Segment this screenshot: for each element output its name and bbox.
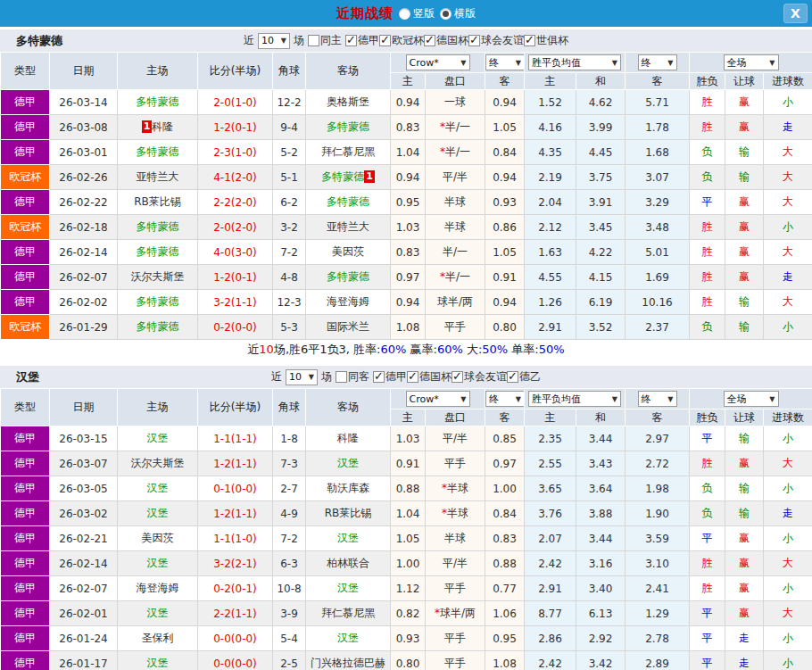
cell-handicap: 平手	[426, 451, 485, 476]
cell-avg-home: 8.77	[525, 601, 576, 626]
cell-corner: 9-4	[273, 115, 306, 140]
cell-result: 胜	[690, 576, 725, 601]
cell-league: 德甲	[1, 576, 50, 601]
cell-avg-draw: 4.62	[576, 90, 626, 115]
cell-date: 26-02-14	[50, 240, 118, 265]
cell-date: 26-02-26	[50, 165, 118, 190]
cell-result: 负	[690, 165, 725, 190]
avg-odds-select[interactable]: 胜平负均值▼	[528, 391, 621, 407]
match-count-select[interactable]: 10▼	[258, 33, 290, 49]
cell-result: 胜	[690, 551, 725, 576]
cell-avg-draw: 3.42	[576, 651, 626, 670]
cell-avg-away: 3.07	[626, 165, 690, 190]
scope-select[interactable]: 全场▼	[724, 391, 779, 407]
cell-away: 拜仁慕尼黑	[306, 601, 391, 626]
cell-league: 德甲	[1, 140, 50, 165]
chevron-down-icon: ▼	[667, 59, 673, 67]
match-rows: 德甲26-03-14多特蒙德2-0(1-0)12-2奥格斯堡0.94一球0.94…	[1, 90, 812, 340]
cell-result: 负	[690, 315, 725, 340]
filter-recent-label: 近	[271, 369, 282, 385]
cell-odds-home: 0.97	[391, 265, 426, 290]
cell-handicap: *半球	[426, 501, 485, 526]
match-row: 德甲26-03-01多特蒙德2-3(1-0)5-2拜仁慕尼黑1.04*半/一0.…	[1, 140, 812, 165]
subcol-handicap: 盘口	[426, 409, 485, 426]
odds-source-select[interactable]: Crow*▼	[406, 391, 470, 407]
match-row: 德甲26-01-17汉堡0-0(0-0)2-5门兴格拉德巴赫0.80平手1.08…	[1, 651, 812, 670]
cell-home: 多特蒙德	[118, 290, 198, 315]
cell-avg-home: 2.91	[525, 315, 576, 340]
cell-odds-home: 1.03	[391, 215, 426, 240]
cell-corner: 7-3	[273, 451, 306, 476]
scope-select[interactable]: 全场▼	[724, 54, 779, 70]
league-checkbox[interactable]: 德国杯	[407, 369, 452, 385]
cell-avg-away: 2.97	[626, 426, 690, 451]
cell-score: 0-0(0-0)	[198, 651, 273, 670]
cell-home: 多特蒙德	[118, 240, 198, 265]
team-section: 汉堡 近 10▼ 场 同客 德甲德国杯球会友谊德乙	[0, 366, 812, 670]
cell-avg-away: 3.48	[626, 215, 690, 240]
same-venue-checkbox[interactable]: 同主	[308, 33, 342, 48]
league-checkbox[interactable]: 德甲	[373, 369, 407, 385]
col-score: 比分(半场)	[198, 389, 273, 426]
cell-avg-draw: 2.92	[576, 626, 626, 651]
cell-odds-home: 1.00	[391, 551, 426, 576]
section-header-bar: 汉堡 近 10▼ 场 同客 德甲德国杯球会友谊德乙	[0, 366, 812, 388]
cell-avg-home: 2.42	[525, 551, 576, 576]
cell-odds-home: 1.05	[391, 526, 426, 551]
cell-date: 26-02-14	[50, 551, 118, 576]
cell-avg-home: 3.76	[525, 501, 576, 526]
final-select-b[interactable]: 终▼	[638, 391, 677, 407]
cell-goals-result: 大	[764, 140, 812, 165]
cell-league: 德甲	[1, 115, 50, 140]
match-count-select[interactable]: 10▼	[286, 369, 318, 385]
checkbox-icon	[424, 35, 435, 46]
league-checkbox[interactable]: 球会友谊	[452, 369, 507, 385]
cell-result: 平	[690, 426, 725, 451]
cell-date: 26-03-15	[50, 426, 118, 451]
col-date: 日期	[50, 53, 118, 90]
league-checkbox[interactable]: 德国杯	[424, 33, 468, 48]
subcol-odds-away: 客	[485, 409, 525, 426]
cell-goals-result: 小	[764, 626, 812, 651]
cell-home: 多特蒙德	[118, 140, 198, 165]
checkbox-icon	[308, 35, 319, 46]
final-select-a[interactable]: 终▼	[485, 391, 525, 407]
cell-handicap-result: 输	[725, 476, 764, 501]
league-checkbox[interactable]: 欧冠杯	[379, 33, 424, 48]
avg-odds-select[interactable]: 胜平负均值▼	[528, 54, 621, 70]
cell-odds-away: 0.94	[485, 290, 525, 315]
close-icon[interactable]: X	[783, 4, 808, 23]
cell-score: 3-2(2-1)	[198, 551, 273, 576]
cell-result: 负	[690, 140, 725, 165]
league-checkbox[interactable]: 世俱杯	[524, 33, 568, 48]
subcol-avg-home: 主	[525, 73, 576, 90]
match-row: 德甲26-03-02汉堡1-2(1-1)4-9RB莱比锡1.04*半球0.843…	[1, 501, 812, 526]
cell-home: 汉堡	[118, 601, 198, 626]
cell-avg-draw: 3.64	[576, 476, 626, 501]
cell-avg-away: 2.78	[626, 626, 690, 651]
cell-date: 26-02-07	[50, 576, 118, 601]
cell-odds-home: 1.12	[391, 576, 426, 601]
cell-league: 德甲	[1, 476, 50, 501]
league-checkbox[interactable]: 德甲	[345, 33, 379, 48]
cell-league: 德甲	[1, 426, 50, 451]
radio-vertical-layout[interactable]: 竖版	[399, 6, 435, 21]
subcol-handicap-result: 让球	[725, 73, 764, 90]
filter-bar: 近 10▼ 场 同主 德甲欧冠杯德国杯球会友谊世俱杯	[244, 33, 568, 49]
league-checkbox[interactable]: 德乙	[507, 369, 541, 385]
odds-source-select[interactable]: Crow*▼	[406, 54, 470, 70]
match-row: 德甲26-03-14多特蒙德2-0(1-0)12-2奥格斯堡0.94一球0.94…	[1, 90, 812, 115]
final-select-a[interactable]: 终▼	[485, 54, 525, 70]
cell-league: 德甲	[1, 290, 50, 315]
checkbox-icon	[507, 371, 518, 383]
same-venue-checkbox[interactable]: 同客	[336, 369, 369, 385]
match-row: 德甲26-02-07沃尔夫斯堡1-2(0-1)4-8多特蒙德0.97*半/一0.…	[1, 265, 812, 290]
cell-avg-away: 10.16	[626, 290, 690, 315]
radio-horizontal-layout[interactable]: 横版	[440, 6, 476, 21]
final-select-b[interactable]: 终▼	[638, 54, 677, 70]
league-checkbox[interactable]: 球会友谊	[468, 33, 524, 48]
cell-avg-draw: 3.91	[576, 190, 626, 215]
cell-avg-home: 4.35	[525, 140, 576, 165]
cell-result: 平	[690, 626, 725, 651]
subcol-avg-away: 客	[626, 73, 690, 90]
